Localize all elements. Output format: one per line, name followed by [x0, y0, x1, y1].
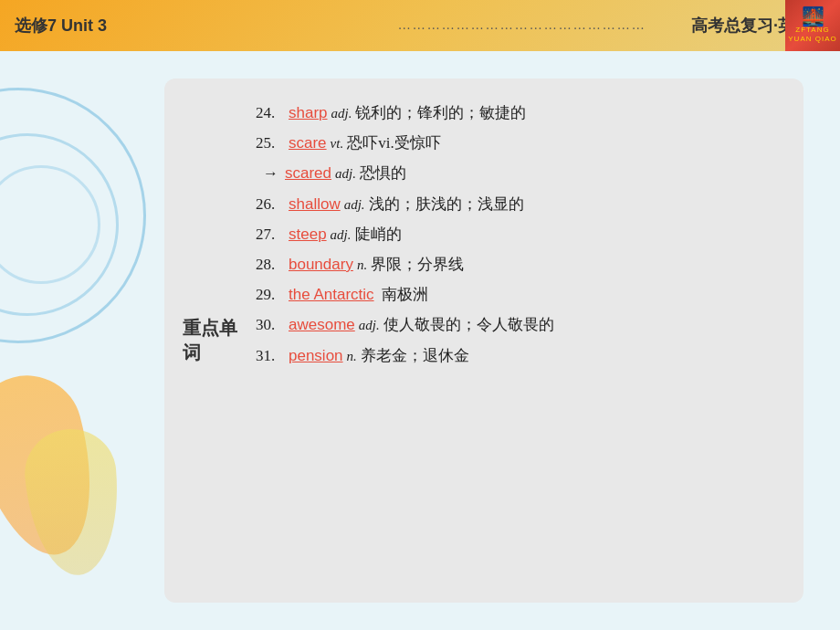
- vocab-item: 27. steep adj.陡峭的: [256, 222, 774, 247]
- header-left: 选修7 Unit 3: [15, 15, 353, 37]
- header-dots: ……………………………………………: [353, 18, 692, 33]
- vocab-word: scared: [285, 161, 331, 185]
- vocab-number: 26.: [256, 192, 289, 216]
- vocab-def: 养老金；退休金: [361, 343, 469, 368]
- vocab-pos: n.: [347, 345, 357, 367]
- vocab-item: 29. the Antarctic南极洲: [256, 282, 774, 307]
- vocab-number: 24.: [256, 100, 289, 125]
- vocab-arrow: →: [263, 161, 285, 185]
- vocab-pos: adj.: [331, 102, 352, 124]
- vocab-word: steep: [289, 222, 327, 247]
- vocab-word: awesome: [289, 312, 355, 337]
- header-title-left: 选修7 Unit 3: [15, 15, 107, 37]
- vocab-def: 界限；分界线: [371, 252, 464, 277]
- vocab-list: 24. sharp adj.锐利的；锋利的；敏捷的25. scare vt.恐吓…: [256, 100, 774, 581]
- vocab-item: 31. pension n.养老金；退休金: [256, 343, 774, 368]
- vocab-pos: adj.: [344, 194, 365, 215]
- vocab-number: 27.: [256, 222, 289, 247]
- vocab-pos: adj.: [335, 163, 356, 184]
- vocab-pos: adj.: [359, 314, 380, 336]
- vocab-word: scare: [289, 131, 327, 155]
- vocab-word: shallow: [289, 192, 341, 216]
- vocab-item: 25. scare vt.恐吓vi.受惊吓: [256, 131, 774, 155]
- vocab-def: 南极洲: [382, 282, 428, 307]
- vocab-word: pension: [289, 343, 343, 368]
- vocab-def: 锐利的；锋利的；敏捷的: [355, 100, 526, 125]
- logo-text: ZFTANGYUAN QIAO: [788, 26, 836, 43]
- header: 选修7 Unit 3 …………………………………………… 高考总复习·英语 🌉 …: [0, 0, 840, 51]
- vocab-item: 26. shallow adj.浅的；肤浅的；浅显的: [256, 192, 774, 216]
- vocab-word: sharp: [289, 100, 328, 125]
- vocab-item: 30. awesome adj.使人敬畏的；令人敬畏的: [256, 312, 774, 337]
- header-logo: 🌉 ZFTANGYUAN QIAO: [785, 0, 840, 51]
- vocab-pos: adj.: [331, 224, 352, 246]
- main-content: 重点单词 24. sharp adj.锐利的；锋利的；敏捷的25. scare …: [0, 51, 840, 630]
- vocab-number: 25.: [256, 131, 289, 155]
- vocab-number: 29.: [256, 282, 289, 307]
- vocab-def: 陡峭的: [355, 222, 402, 247]
- vocab-item: 24. sharp adj.锐利的；锋利的；敏捷的: [256, 100, 774, 125]
- vocab-item: 28. boundary n.界限；分界线: [256, 252, 774, 277]
- vocab-def: 恐吓vi.受惊吓: [347, 131, 440, 155]
- vocab-word: boundary: [289, 252, 353, 277]
- vocab-number: 31.: [256, 343, 289, 368]
- vocab-def: 使人敬畏的；令人敬畏的: [383, 312, 554, 337]
- vocab-pos: vt.: [331, 132, 344, 154]
- vocab-word: the Antarctic: [289, 282, 374, 307]
- logo-bridge-icon: 🌉: [802, 7, 824, 26]
- vocab-pos: n.: [357, 254, 367, 276]
- vocab-def: 恐惧的: [360, 161, 406, 185]
- vocab-number: 30.: [256, 312, 289, 337]
- vocab-item: → scared adj.恐惧的: [256, 161, 774, 185]
- content-box: 重点单词 24. sharp adj.锐利的；锋利的；敏捷的25. scare …: [164, 79, 803, 603]
- vocab-number: 28.: [256, 252, 289, 277]
- left-decoration: [0, 51, 155, 630]
- vocab-def: 浅的；肤浅的；浅显的: [369, 192, 524, 216]
- wave-yellow-decoration: [21, 425, 125, 579]
- section-label: 重点单词: [183, 316, 256, 365]
